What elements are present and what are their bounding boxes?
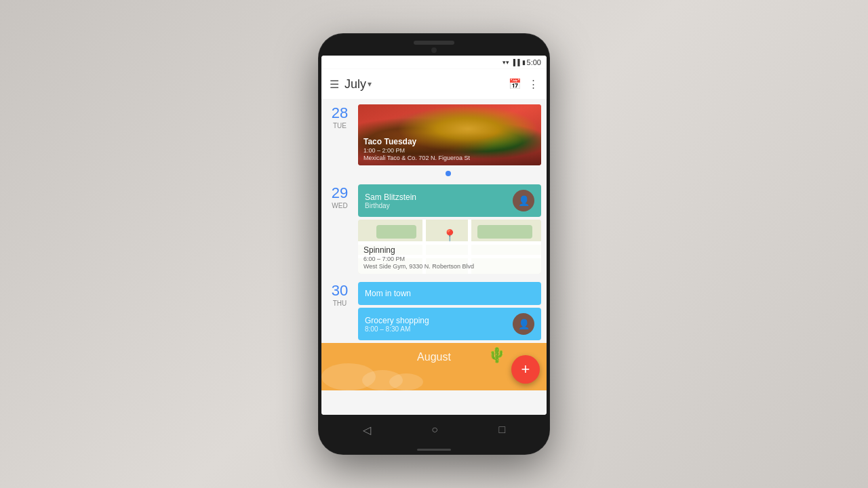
grocery-text: Grocery shopping 8:00 – 8:30 AM xyxy=(365,316,429,333)
phone-bottom xyxy=(319,445,549,454)
event-taco-info: Taco Tuesday 1:00 – 2:00 PM Mexicali Tac… xyxy=(358,133,541,165)
app-bar-actions: 📅 ⋮ xyxy=(509,78,538,90)
grocery-time: 8:00 – 8:30 AM xyxy=(365,325,429,333)
month-title: July xyxy=(344,77,366,92)
event-mom-in-town[interactable]: Mom in town xyxy=(358,282,541,305)
day-number-28: 28 xyxy=(327,106,353,121)
spinning-location: West Side Gym, 9330 N. Robertson Blvd xyxy=(363,263,536,270)
event-taco-location: Mexicali Taco & Co. 702 N. Figueroa St xyxy=(363,155,536,161)
phone-camera xyxy=(431,47,437,53)
avatar-grocery: 👤 xyxy=(513,313,534,335)
home-button[interactable]: ○ xyxy=(431,424,438,436)
avatar-sam: 👤 xyxy=(513,190,534,211)
mom-in-town-title: Mom in town xyxy=(365,289,411,298)
events-30: Mom in town Grocery shopping 8:00 – 8:30… xyxy=(358,282,541,340)
wifi-icon: ▾▾ xyxy=(502,59,509,66)
app-bar: ☰ July ▾ 📅 ⋮ xyxy=(321,69,547,99)
day-section-30: 30 Thu Mom in town Grocery shopping 8:00 xyxy=(321,277,547,343)
home-indicator xyxy=(417,449,451,451)
spinning-overlay: Spinning 6:00 – 7:00 PM West Side Gym, 9… xyxy=(358,241,541,274)
spinning-title: Spinning xyxy=(363,245,536,255)
dropdown-arrow-icon: ▾ xyxy=(368,79,372,89)
birthday-text: Sam Blitzstein Birthday xyxy=(365,192,513,209)
birthday-title: Sam Blitzstein xyxy=(365,192,513,202)
day-name-29: Wed xyxy=(327,202,353,209)
menu-button[interactable]: ☰ xyxy=(330,78,339,91)
phone: ▾▾ ▐▐ ▮ 5:00 ☰ July ▾ 📅 ⋮ xyxy=(319,34,549,454)
battery-icon: ▮ xyxy=(522,59,526,66)
status-icons: ▾▾ ▐▐ ▮ xyxy=(502,59,526,66)
event-taco-tuesday[interactable]: Taco Tuesday 1:00 – 2:00 PM Mexicali Tac… xyxy=(358,104,541,165)
recent-apps-button[interactable]: □ xyxy=(499,424,506,436)
day-label-28: 28 Tue xyxy=(327,104,353,165)
map-green-2 xyxy=(477,225,532,239)
august-label: August xyxy=(330,351,538,363)
calendar-content: 28 Tue Taco Tuesday 1:00 – 2:00 PM Mexic… xyxy=(321,99,547,415)
day-number-30: 30 xyxy=(327,283,353,298)
day-label-30: 30 Thu xyxy=(327,282,353,340)
events-29: Sam Blitzstein Birthday 👤 xyxy=(358,184,541,274)
day-section-29: 29 Wed Sam Blitzstein Birthday 👤 xyxy=(321,179,547,277)
calendar-today-icon[interactable]: 📅 xyxy=(509,78,521,90)
phone-nav-bar: ◁ ○ □ xyxy=(319,415,549,445)
spinning-time: 6:00 – 7:00 PM xyxy=(363,256,536,262)
signal-icon: ▐▐ xyxy=(511,59,520,66)
timeline-dot xyxy=(446,171,451,176)
grocery-title: Grocery shopping xyxy=(365,316,429,325)
day-name-28: Tue xyxy=(327,122,353,129)
event-taco-title: Taco Tuesday xyxy=(363,137,536,146)
event-grocery[interactable]: Grocery shopping 8:00 – 8:30 AM 👤 xyxy=(358,308,541,340)
events-28: Taco Tuesday 1:00 – 2:00 PM Mexicali Tac… xyxy=(358,104,541,165)
day-name-30: Thu xyxy=(327,300,353,307)
birthday-subtitle: Birthday xyxy=(365,202,513,209)
day-section-28: 28 Tue Taco Tuesday 1:00 – 2:00 PM Mexic… xyxy=(321,99,547,168)
cloud-decor-3 xyxy=(389,373,423,390)
status-bar: ▾▾ ▐▐ ▮ 5:00 xyxy=(321,56,547,69)
timeline-container xyxy=(321,168,547,179)
map-green-1 xyxy=(376,225,416,239)
day-label-29: 29 Wed xyxy=(327,184,353,274)
scene: ▾▾ ▐▐ ▮ 5:00 ☰ July ▾ 📅 ⋮ xyxy=(0,0,868,488)
event-birthday[interactable]: Sam Blitzstein Birthday 👤 xyxy=(358,184,541,217)
event-spinning[interactable]: 📍 Spinning 6:00 – 7:00 PM West Side Gym,… xyxy=(358,220,541,274)
phone-screen: ▾▾ ▐▐ ▮ 5:00 ☰ July ▾ 📅 ⋮ xyxy=(321,56,547,415)
back-button[interactable]: ◁ xyxy=(363,424,371,436)
phone-speaker xyxy=(414,41,454,45)
august-section[interactable]: 🌵 August + xyxy=(321,343,547,390)
more-options-icon[interactable]: ⋮ xyxy=(528,78,538,90)
day-number-29: 29 xyxy=(327,186,353,201)
app-title[interactable]: July ▾ xyxy=(344,77,503,92)
event-taco-time: 1:00 – 2:00 PM xyxy=(363,147,536,154)
fab-add-button[interactable]: + xyxy=(511,355,540,384)
status-time: 5:00 xyxy=(527,58,541,66)
